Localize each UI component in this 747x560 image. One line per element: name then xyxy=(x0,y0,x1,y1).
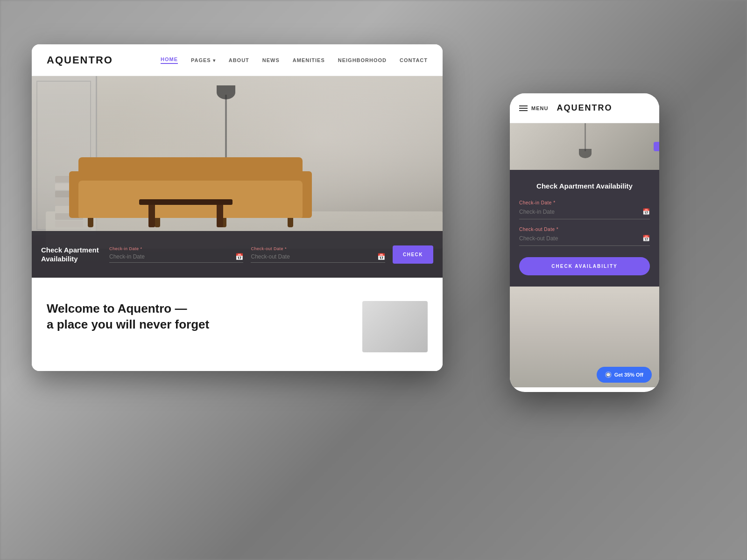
nav-link-home[interactable]: HOME xyxy=(161,56,178,64)
chat-icon: 💬 xyxy=(605,371,612,378)
checkout-label: Check-out Date * xyxy=(251,246,385,251)
mobile-checkin-input-wrap: 📅 xyxy=(519,208,650,219)
coffee-table-leg-right xyxy=(217,205,223,227)
nav-link-about[interactable]: ABOUT xyxy=(229,57,249,63)
welcome-title: Welcome to Aquentro — a place you will n… xyxy=(47,301,344,333)
mobile-lamp-shade xyxy=(579,149,592,158)
welcome-section: Welcome to Aquentro — a place you will n… xyxy=(32,278,443,371)
mobile-lamp-cord xyxy=(585,123,586,151)
coffee-table-top xyxy=(139,199,233,205)
get-off-badge[interactable]: 💬 Get 35% Off xyxy=(597,367,652,383)
menu-label: MENU xyxy=(531,105,548,111)
mobile-mockup: MENU AQUENTRO Check Apartment Availabili… xyxy=(510,93,659,392)
mobile-checkout-input[interactable] xyxy=(519,235,642,242)
mobile-checkout-input-wrap: 📅 xyxy=(519,235,650,246)
checkout-input[interactable] xyxy=(251,253,377,260)
mobile-check-availability-button[interactable]: CHECK AVAILABILITY xyxy=(519,257,650,275)
mobile-checkin-label: Check-in Date * xyxy=(519,200,650,205)
sofa-leg-1 xyxy=(88,218,93,227)
mobile-checkout-label: Check-out Date * xyxy=(519,227,650,232)
coffee-table xyxy=(139,199,233,227)
mobile-logo: AQUENTRO xyxy=(557,103,613,113)
desktop-nav: AQUENTRO HOME PAGES ABOUT NEWS AMENITIES… xyxy=(32,44,443,76)
nav-link-contact[interactable]: CONTACT xyxy=(400,57,428,63)
mobile-checkout-calendar-icon: 📅 xyxy=(642,235,650,242)
mobile-hero xyxy=(510,123,659,170)
desktop-logo: AQUENTRO xyxy=(47,54,113,66)
checkout-input-wrap: 📅 xyxy=(251,253,385,263)
mobile-nav: MENU AQUENTRO xyxy=(510,93,659,123)
mobile-hero-purple-strip xyxy=(654,142,659,151)
check-availability-button[interactable]: CHECK xyxy=(393,245,433,264)
hero-lamp-shade xyxy=(217,85,235,99)
mobile-checkin-calendar-icon: 📅 xyxy=(642,208,650,215)
checkin-label: Check-in Date * xyxy=(109,246,243,251)
hamburger-line-1 xyxy=(519,105,528,106)
sofa-leg-4 xyxy=(288,218,293,227)
desktop-nav-links: HOME PAGES ABOUT NEWS AMENITIES NEIGHBOR… xyxy=(161,56,428,64)
welcome-image xyxy=(362,301,428,352)
nav-link-pages[interactable]: PAGES xyxy=(191,57,216,63)
nav-link-news[interactable]: NEWS xyxy=(262,57,280,63)
checkout-calendar-icon: 📅 xyxy=(377,253,385,260)
mobile-menu-button[interactable]: MENU xyxy=(519,105,548,111)
mobile-availability-panel: Check Apartment Availability Check-in Da… xyxy=(510,170,659,287)
mobile-checkin-input[interactable] xyxy=(519,209,642,215)
welcome-text: Welcome to Aquentro — a place you will n… xyxy=(47,301,344,333)
mobile-avail-title: Check Apartment Availability xyxy=(519,181,650,191)
checkin-input[interactable] xyxy=(109,253,235,260)
checkin-field: Check-in Date * 📅 xyxy=(109,246,243,263)
hamburger-line-2 xyxy=(519,108,528,109)
mobile-checkout-field: Check-out Date * 📅 xyxy=(519,227,650,246)
availability-bar: Check Apartment Availability Check-in Da… xyxy=(32,231,443,278)
desktop-hero: Check Apartment Availability Check-in Da… xyxy=(32,76,443,278)
checkout-field: Check-out Date * 📅 xyxy=(251,246,385,263)
checkin-calendar-icon: 📅 xyxy=(235,253,243,260)
coffee-table-leg-left xyxy=(148,205,155,227)
badge-label: Get 35% Off xyxy=(614,372,643,378)
mobile-checkin-field: Check-in Date * 📅 xyxy=(519,200,650,219)
checkin-input-wrap: 📅 xyxy=(109,253,243,263)
hamburger-icon xyxy=(519,105,528,111)
nav-link-amenities[interactable]: AMENITIES xyxy=(293,57,325,63)
hamburger-line-3 xyxy=(519,110,528,111)
nav-link-neighborhood[interactable]: NEIGHBORHOOD xyxy=(338,57,387,63)
avail-title: Check Apartment Availability xyxy=(41,245,102,264)
desktop-mockup: AQUENTRO HOME PAGES ABOUT NEWS AMENITIES… xyxy=(32,44,443,371)
